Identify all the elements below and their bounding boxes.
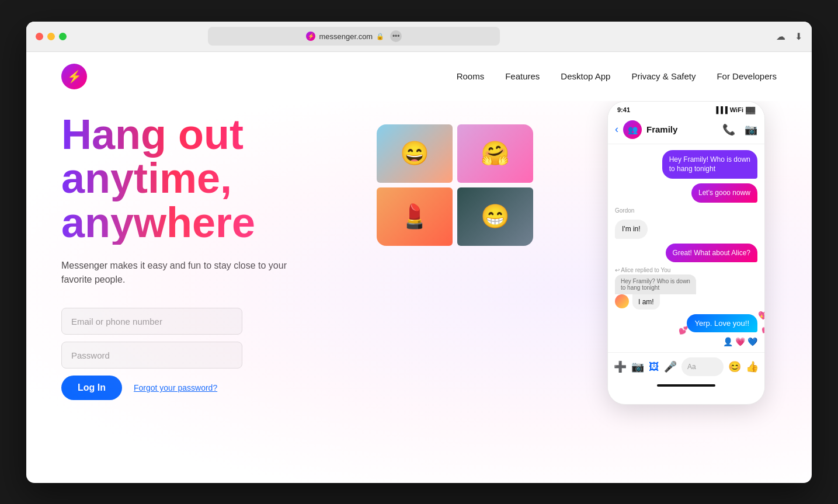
hero-left: Hang out anytime, anywhere Messenger mak… (61, 101, 342, 401)
phone-status-icons: ▐▐▐ WiFi ▓▓ (714, 106, 755, 113)
wifi-icon: WiFi (730, 106, 743, 113)
thumbs-up-icon[interactable]: 👍 (746, 360, 759, 373)
navigation: ⚡ Rooms Features Desktop App Privacy & S… (26, 52, 812, 101)
lock-icon: 🔒 (376, 33, 384, 40)
cloud-icon[interactable]: ☁ (776, 31, 785, 42)
photo-grid: 😄 🤗 💄 😁 (377, 124, 533, 246)
hero-title: Hang out anytime, anywhere (61, 113, 342, 245)
heart-right-2: 💕 (761, 325, 765, 333)
phone-mockup: 9:41 ▐▐▐ WiFi ▓▓ ‹ 👥 Framily 📞 (607, 101, 765, 405)
camera-icon[interactable]: 📷 (631, 360, 644, 373)
nav-desktop-app[interactable]: Desktop App (561, 71, 610, 81)
chat-bubble-3: I'm in! (615, 220, 648, 239)
logo: ⚡ (61, 64, 87, 89)
reaction-emoji-3: 💙 (747, 337, 757, 346)
chat-header-actions: 📞 📷 (722, 123, 757, 136)
person-photo-2: 🤗 (457, 124, 533, 183)
video-call-icon[interactable]: 📷 (745, 123, 757, 136)
reaction-emoji-2: 💗 (735, 337, 745, 346)
reaction-emoji-1: 👤 (723, 337, 733, 346)
chat-bubble-1: Hey Framily! Who is downto hang tonight (662, 150, 757, 179)
mic-icon[interactable]: 🎤 (664, 360, 677, 373)
traffic-lights (36, 33, 67, 40)
alice-avatar (615, 294, 629, 308)
reply-container: ↩ Alice replied to You Hey Framily? Who … (615, 267, 696, 310)
photo-cell-1: 😄 (377, 124, 453, 183)
login-button[interactable]: Log In (61, 376, 122, 400)
nav-privacy-safety[interactable]: Privacy & Safety (631, 71, 696, 81)
chat-header: ‹ 👥 Framily 📞 📷 (608, 116, 764, 144)
nav-features[interactable]: Features (505, 71, 540, 81)
reply-label: ↩ Alice replied to You (615, 267, 696, 273)
heart-left: 💕 (679, 326, 688, 335)
maximize-button[interactable] (59, 33, 67, 40)
chat-bubble-5: 💕 Yerp. Love you!! 💖 💕 (687, 314, 757, 332)
photo-cell-2: 🤗 (457, 124, 533, 183)
nav-links: Rooms Features Desktop App Privacy & Saf… (457, 71, 777, 82)
password-input[interactable] (61, 342, 242, 369)
page-content: ⚡ Rooms Features Desktop App Privacy & S… (26, 52, 812, 483)
heart-right: 💖 (758, 311, 765, 320)
url-text: messenger.com (319, 32, 373, 41)
reaction-row: 👤 💗 💙 (723, 337, 757, 346)
browser-chrome: ⚡ messenger.com 🔒 ••• ☁ ⬇ (26, 22, 812, 52)
battery-icon: ▓▓ (746, 106, 755, 113)
phone-call-icon[interactable]: 📞 (722, 123, 735, 136)
phone-time: 9:41 (617, 106, 630, 113)
hero-right: 😄 🤗 💄 😁 9:41 (342, 101, 777, 460)
signal-icon: ▐▐▐ (714, 106, 727, 113)
hero-section: Hang out anytime, anywhere Messenger mak… (26, 101, 812, 483)
address-bar[interactable]: ⚡ messenger.com 🔒 ••• (208, 27, 500, 46)
reply-preview: Hey Framily? Who is downto hang tonight (615, 274, 696, 294)
sender-label-gordon: Gordon (615, 207, 757, 214)
address-bar-more[interactable]: ••• (390, 30, 402, 42)
photo-icon[interactable]: 🖼 (649, 361, 659, 373)
person-photo-3: 💄 (377, 187, 453, 246)
hero-subtitle: Messenger makes it easy and fun to stay … (61, 259, 307, 287)
nav-rooms[interactable]: Rooms (457, 71, 485, 81)
reply-message: I am! (632, 294, 660, 310)
photo-cell-3: 💄 (377, 187, 453, 246)
chat-group-avatar: 👥 (623, 120, 642, 139)
phone-status-bar: 9:41 ▐▐▐ WiFi ▓▓ (608, 102, 764, 116)
close-button[interactable] (36, 33, 43, 40)
email-input[interactable] (61, 308, 242, 335)
browser-window: ⚡ messenger.com 🔒 ••• ☁ ⬇ ⚡ Rooms Featur… (26, 22, 812, 483)
message-input[interactable]: Aa (681, 357, 724, 376)
nav-developers[interactable]: For Developers (717, 71, 777, 81)
minimize-button[interactable] (47, 33, 55, 40)
phone-bottom-bar: ➕ 📷 🖼 🎤 Aa 😊 👍 (608, 352, 764, 381)
forgot-password-link[interactable]: Forgot your password? (134, 383, 217, 392)
user-reply-row: I am! (615, 294, 696, 310)
message-placeholder: Aa (687, 363, 696, 371)
home-bar (657, 384, 715, 387)
plus-icon[interactable]: ➕ (614, 360, 627, 373)
chat-bubble-4: Great! What about Alice? (666, 244, 757, 263)
login-row: Log In Forgot your password? (61, 376, 342, 400)
download-icon[interactable]: ⬇ (795, 31, 802, 42)
back-button[interactable]: ‹ (615, 123, 618, 135)
person-photo-4: 😁 (457, 187, 533, 246)
messenger-logo-icon: ⚡ (61, 64, 87, 89)
chat-body: Hey Framily! Who is downto hang tonight … (608, 144, 764, 353)
chat-group-name: Framily (646, 124, 718, 134)
person-photo-1: 😄 (377, 124, 453, 183)
home-indicator (608, 381, 764, 390)
photo-cell-4: 😁 (457, 187, 533, 246)
site-favicon: ⚡ (306, 32, 315, 41)
chat-bubble-2: Let's gooo noww (691, 183, 757, 203)
emoji-icon[interactable]: 😊 (728, 360, 741, 373)
browser-actions: ☁ ⬇ (776, 31, 802, 42)
